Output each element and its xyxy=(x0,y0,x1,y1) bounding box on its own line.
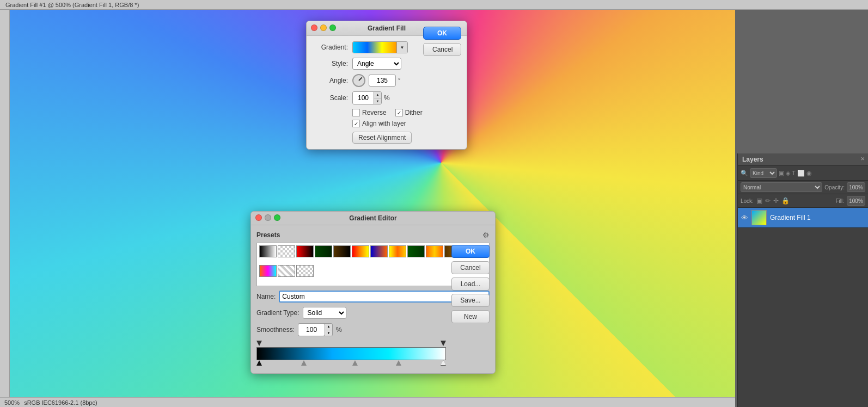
lock-position-icon[interactable]: ✛ xyxy=(773,197,779,205)
layers-shape-icon[interactable]: ⬜ xyxy=(797,170,805,177)
dither-label: Dither xyxy=(405,109,423,116)
ruler-left xyxy=(0,10,10,407)
reverse-checkbox-item[interactable]: Reverse xyxy=(352,109,387,116)
scale-input-wrapper: ▲ ▼ xyxy=(352,91,382,104)
status-bar: 500% sRGB IEC61966-2.1 (8bpc) xyxy=(0,397,735,407)
presets-header: Presets ⚙ xyxy=(256,231,490,239)
dialog-title: Gradient Fill xyxy=(368,24,406,32)
layers-adjust-icon[interactable]: ◈ xyxy=(786,170,790,177)
opacity-stops-row xyxy=(256,341,446,347)
scale-up-arrow[interactable]: ▲ xyxy=(374,92,381,98)
gradient-editor-dialog: Gradient Editor Presets ⚙ xyxy=(250,211,496,374)
preset-8[interactable] xyxy=(389,245,406,257)
ge-type-select[interactable]: Solid Noise xyxy=(303,307,346,319)
opacity-input[interactable] xyxy=(847,182,865,192)
layers-pixel-icon[interactable]: ▣ xyxy=(779,170,784,177)
preset-13[interactable] xyxy=(259,265,277,277)
gradient-bar[interactable] xyxy=(256,347,446,360)
style-select[interactable]: Angle Linear Radial Reflected Diamond xyxy=(352,58,401,70)
ge-new-button[interactable]: New xyxy=(451,310,490,323)
preset-9[interactable] xyxy=(407,245,425,257)
reverse-checkbox[interactable] xyxy=(352,109,360,116)
reset-alignment-button[interactable]: Reset Alignment xyxy=(352,132,412,144)
color-stop-5[interactable] xyxy=(441,360,446,366)
scale-down-arrow[interactable]: ▼ xyxy=(374,98,381,104)
preset-10[interactable] xyxy=(426,245,443,257)
preset-7[interactable] xyxy=(370,245,388,257)
gradient-row: Gradient: ▼ OK Cancel xyxy=(314,41,459,53)
layers-smart-icon[interactable]: ◉ xyxy=(806,170,812,177)
ge-load-button[interactable]: Load... xyxy=(451,278,490,291)
ge-maximize-button[interactable] xyxy=(274,214,280,221)
gradient-dropdown-arrow[interactable]: ▼ xyxy=(396,41,407,53)
opacity-stop-right[interactable] xyxy=(441,341,446,346)
ge-smoothness-input[interactable] xyxy=(298,324,325,336)
scale-input[interactable] xyxy=(353,92,374,104)
color-stop-1[interactable] xyxy=(256,360,262,366)
layer-thumbnail xyxy=(751,210,767,225)
lock-all-icon[interactable]: 🔒 xyxy=(781,197,790,205)
dither-checkbox[interactable] xyxy=(395,109,403,116)
smoothness-stepper[interactable]: ▲ ▼ xyxy=(325,324,332,336)
layers-kind-select[interactable]: Kind xyxy=(750,168,777,178)
preset-3[interactable] xyxy=(296,245,314,257)
layers-text-icon[interactable]: T xyxy=(792,170,796,176)
preset-1[interactable] xyxy=(259,245,277,257)
gradient-preview-button[interactable]: ▼ xyxy=(352,41,408,53)
minimize-button[interactable] xyxy=(320,24,327,31)
app-title-bar: Gradient Fill #1 @ 500% (Gradient Fill 1… xyxy=(0,0,868,10)
maximize-button[interactable] xyxy=(329,24,336,31)
angle-label: Angle: xyxy=(314,77,348,84)
preset-14[interactable] xyxy=(278,265,295,277)
gradient-fill-dialog: Gradient Fill Gradient: ▼ OK Cancel Styl… xyxy=(306,21,467,150)
preset-2[interactable] xyxy=(278,245,295,257)
layers-blend-mode-select[interactable]: Normal xyxy=(741,182,822,192)
layer-visibility-eye[interactable]: 👁 xyxy=(741,214,748,222)
opacity-stop-left[interactable] xyxy=(256,341,262,346)
preset-4[interactable] xyxy=(315,245,332,257)
layers-search-row: 🔍 Kind ▣ ◈ T ⬜ ◉ xyxy=(738,166,868,181)
gradient-label: Gradient: xyxy=(314,44,348,51)
ge-save-button[interactable]: Save... xyxy=(451,294,490,307)
ge-cancel-button[interactable]: Cancel xyxy=(451,261,490,274)
color-stop-2[interactable] xyxy=(301,360,307,366)
ok-button[interactable]: OK xyxy=(423,27,461,40)
reverse-dither-row: Reverse Dither xyxy=(352,109,459,116)
layers-lock-row: Lock: ▣ ✏ ✛ 🔒 Fill: xyxy=(738,194,868,208)
color-stop-4[interactable] xyxy=(396,360,401,366)
dither-checkbox-item[interactable]: Dither xyxy=(395,109,423,116)
presets-label: Presets xyxy=(256,231,280,239)
smoothness-down[interactable]: ▼ xyxy=(325,330,332,336)
fill-input[interactable] xyxy=(847,196,865,206)
preset-5[interactable] xyxy=(333,245,351,257)
smoothness-up[interactable]: ▲ xyxy=(325,324,332,330)
presets-gear-icon[interactable]: ⚙ xyxy=(482,231,490,239)
ge-minimize-button[interactable] xyxy=(265,214,271,221)
close-button[interactable] xyxy=(311,24,317,31)
gradient-bar-section xyxy=(256,341,490,368)
color-profile: sRGB IEC61966-2.1 (8bpc) xyxy=(24,399,97,406)
traffic-lights xyxy=(311,24,336,31)
scale-label: Scale: xyxy=(314,94,348,102)
layer-item-1[interactable]: 👁 Gradient Fill 1 xyxy=(738,208,868,228)
ge-ok-button[interactable]: OK xyxy=(451,245,490,258)
reverse-label: Reverse xyxy=(362,109,387,116)
align-checkbox[interactable] xyxy=(352,120,360,127)
layers-close-btn[interactable]: × xyxy=(857,153,868,164)
angle-dial[interactable] xyxy=(352,74,365,87)
lock-image-icon[interactable]: ✏ xyxy=(765,197,771,205)
gradient-swatch xyxy=(353,41,396,53)
scale-unit: % xyxy=(384,94,390,102)
ge-close-button[interactable] xyxy=(255,214,262,221)
preset-6[interactable] xyxy=(352,245,369,257)
ge-traffic-lights xyxy=(255,214,280,221)
scale-stepper[interactable]: ▲ ▼ xyxy=(374,92,381,104)
opacity-label: Opacity: xyxy=(824,184,845,190)
cancel-button[interactable]: Cancel xyxy=(423,43,461,56)
color-stop-3[interactable] xyxy=(352,360,358,366)
angle-input[interactable] xyxy=(369,75,396,87)
lock-transparent-icon[interactable]: ▣ xyxy=(756,197,762,205)
fill-label: Fill: xyxy=(835,198,844,204)
ge-buttons: OK Cancel Load... Save... New xyxy=(451,245,490,323)
preset-15[interactable] xyxy=(296,265,314,277)
